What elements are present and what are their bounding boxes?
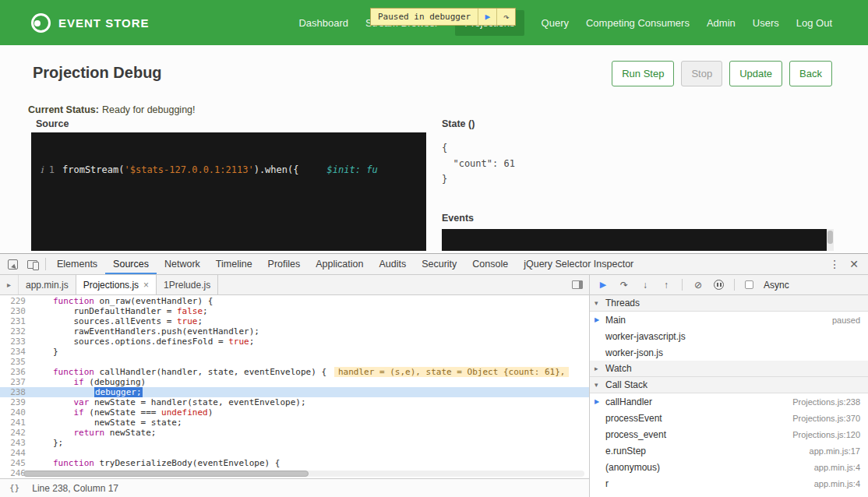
line-number[interactable]: 241	[0, 418, 33, 428]
async-checkbox[interactable]	[745, 280, 753, 289]
line-number[interactable]: 229	[0, 296, 33, 306]
line-code[interactable]: function on_raw(eventHandler) {	[33, 296, 213, 306]
line-code[interactable]: var newState = handler(state, eventEnvel…	[33, 397, 306, 407]
events-editor[interactable]: 1 ▾ { 2 "correlationId": "06303703-8837-…	[442, 229, 827, 251]
call-stack-frame[interactable]: process_eventProjections.js:120	[590, 426, 868, 442]
banner-step-over-button[interactable]: ↷	[496, 9, 515, 25]
back-button[interactable]: Back	[789, 61, 832, 86]
line-number[interactable]: 240	[0, 407, 33, 418]
close-tab-icon[interactable]: ×	[143, 280, 149, 291]
stop-button[interactable]: Stop	[681, 61, 722, 86]
pause-on-exceptions-icon[interactable]	[714, 280, 724, 290]
horizontal-scrollbar-thumb[interactable]	[23, 471, 309, 477]
line-code[interactable]	[33, 448, 53, 458]
line-code[interactable]: return newState;	[33, 428, 156, 438]
nav-item-log-out[interactable]: Log Out	[796, 10, 832, 36]
page-title: Projection Debug	[33, 64, 162, 82]
call-stack-frame[interactable]: ▶callHandlerProjections.js:238	[590, 393, 868, 410]
step-over-icon[interactable]: ↷	[619, 280, 630, 290]
source-gutter[interactable]: i 1	[31, 164, 62, 177]
line-code[interactable]: if (debugging)	[33, 377, 146, 387]
events-scrollbar-thumb[interactable]	[827, 231, 833, 244]
file-tab-label: 1Prelude.js	[164, 280, 210, 291]
nav-item-admin[interactable]: Admin	[707, 10, 736, 36]
thread-row-main[interactable]: ▶Mainpaused	[590, 312, 868, 328]
code-token: on_raw(eventHandler) {	[94, 296, 213, 306]
source-code-editor[interactable]: i 1 fromStream('$stats-127.0.0.1:2113').…	[31, 132, 426, 251]
line-number[interactable]: 244	[0, 448, 33, 458]
file-tab-app.min.js[interactable]: app.min.js	[19, 275, 76, 294]
device-toolbar-icon[interactable]	[27, 260, 37, 269]
line-number[interactable]: 235	[0, 357, 33, 367]
line-code[interactable]: function callHandler(handler, state, eve…	[33, 367, 569, 377]
devtools-tab-elements[interactable]: Elements	[49, 254, 105, 274]
line-number[interactable]: 239	[0, 397, 33, 407]
threads-section-header[interactable]: ▾ Threads	[590, 295, 868, 312]
show-navigator-icon[interactable]: ▸	[0, 275, 19, 294]
devtools-tab-audits[interactable]: Audits	[371, 254, 414, 274]
line-code[interactable]: };	[33, 438, 63, 448]
line-number[interactable]: 231	[0, 316, 33, 326]
line-code[interactable]: if (newState === undefined)	[33, 407, 213, 418]
devtools-tab-console[interactable]: Console	[464, 254, 516, 274]
horizontal-scrollbar[interactable]	[23, 471, 584, 477]
call-stack-frame[interactable]: e.runStepapp.min.js:17	[590, 442, 868, 459]
line-code[interactable]: runDefaultHandler = false;	[33, 306, 208, 316]
line-code[interactable]: function tryDeserializeBody(eventEnvelop…	[33, 458, 280, 468]
line-number[interactable]: 245	[0, 458, 33, 468]
devtools-tab-jquery-selector-inspector[interactable]: jQuery Selector Inspector	[516, 254, 641, 274]
devtools-tab-application[interactable]: Application	[308, 254, 371, 274]
devtools-tab-profiles[interactable]: Profiles	[260, 254, 309, 274]
devtools-tab-timeline[interactable]: Timeline	[208, 254, 260, 274]
line-number[interactable]: 236	[0, 367, 33, 377]
line-number[interactable]: 242	[0, 428, 33, 438]
line-code[interactable]: debugger;	[33, 387, 143, 397]
line-number[interactable]: 237	[0, 377, 33, 387]
line-number[interactable]: 238	[0, 387, 33, 397]
code-line: 242 return newState;	[0, 428, 589, 438]
line-number[interactable]: 234	[0, 347, 33, 357]
line-code[interactable]	[33, 357, 53, 367]
file-tab-projections.js[interactable]: Projections.js×	[76, 275, 157, 294]
line-number[interactable]: 243	[0, 438, 33, 448]
pretty-print-icon[interactable]: {}	[9, 483, 19, 493]
line-code[interactable]: }	[33, 347, 58, 357]
nav-item-query[interactable]: Query	[542, 10, 569, 36]
step-into-icon[interactable]: ↓	[640, 280, 651, 290]
code-token: return	[74, 428, 105, 438]
devtools-tab-network[interactable]: Network	[157, 254, 208, 274]
code-editor: 229function on_raw(eventHandler) {230 ru…	[0, 295, 589, 478]
line-number[interactable]: 233	[0, 337, 33, 347]
resume-script-icon[interactable]: ▶	[598, 280, 609, 289]
call-stack-section-header[interactable]: ▾ Call Stack	[590, 377, 868, 393]
step-out-icon[interactable]: ↑	[661, 280, 672, 290]
toggle-sidebar-icon[interactable]	[572, 280, 583, 289]
inspect-element-icon[interactable]	[8, 259, 18, 270]
call-stack-frame[interactable]: rapp.min.js:4	[590, 475, 868, 492]
run-step-button[interactable]: Run Step	[612, 61, 674, 86]
devtools-tab-sources[interactable]: Sources	[105, 254, 157, 274]
nav-item-users[interactable]: Users	[753, 10, 779, 36]
banner-resume-button[interactable]: ▶	[478, 9, 496, 25]
line-code[interactable]: sources.options.definesFold = true;	[33, 337, 254, 347]
deactivate-breakpoints-icon[interactable]: ⊘	[693, 280, 704, 290]
close-devtools-icon[interactable]: ✕	[846, 258, 868, 270]
line-code[interactable]: rawEventHandlers.push(eventHandler);	[33, 326, 259, 337]
devtools-tab-security[interactable]: Security	[414, 254, 464, 274]
line-code[interactable]: sources.allEvents = true;	[33, 316, 203, 326]
line-number[interactable]: 232	[0, 326, 33, 337]
file-tab-1prelude.js[interactable]: 1Prelude.js	[157, 275, 218, 294]
line-code[interactable]: newState = state;	[33, 418, 182, 428]
status-label: Current Status:	[28, 104, 99, 115]
line-number[interactable]: 230	[0, 306, 33, 316]
nav-item-dashboard[interactable]: Dashboard	[298, 10, 348, 36]
call-stack-frame[interactable]: (anonymous)app.min.js:4	[590, 459, 868, 475]
thread-row-worker-javascript.js[interactable]: worker-javascript.js	[590, 328, 868, 344]
nav-item-competing-consumers[interactable]: Competing Consumers	[586, 10, 690, 36]
update-button[interactable]: Update	[729, 61, 782, 86]
call-stack-frame[interactable]: processEventProjections.js:370	[590, 410, 868, 426]
thread-row-worker-json.js[interactable]: worker-json.js	[590, 344, 868, 361]
more-options-icon[interactable]: ⋮	[823, 258, 846, 270]
events-scrollbar[interactable]	[827, 229, 834, 251]
watch-section-header[interactable]: ▸ Watch	[590, 361, 868, 377]
